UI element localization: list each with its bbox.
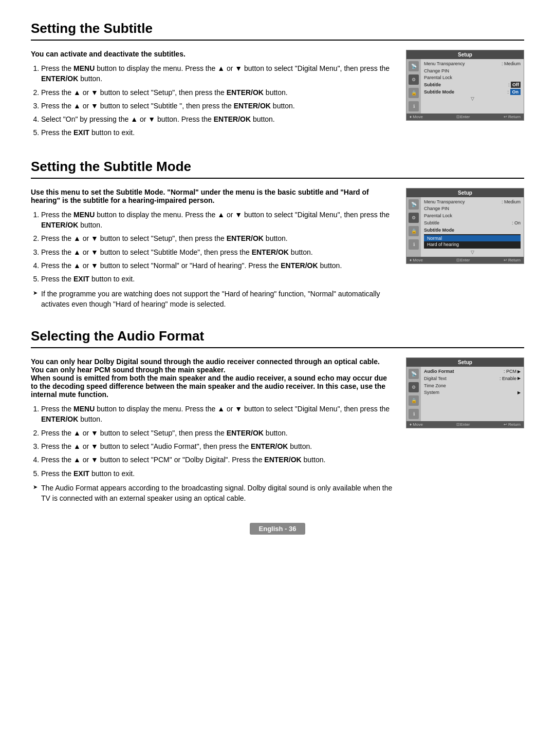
subtitle-step-4: Select "On" by pressing the ▲ or ▼ butto… bbox=[41, 114, 394, 124]
section-text-audio-format: You can only hear Dolby Digital sound th… bbox=[31, 357, 394, 506]
subtitle-mode-intro: Use this menu to set the Subtitle Mode. … bbox=[31, 188, 394, 204]
section-title-subtitle-mode: Setting the Subtitle Mode bbox=[31, 159, 524, 179]
menu-row-pin: Change PIN bbox=[424, 68, 521, 74]
subtitle-mode-screen-body: 📡 ⚙ 🔒 ℹ Menu Transparency : Medium Chang… bbox=[406, 197, 524, 257]
page-footer: English - 36 bbox=[31, 523, 524, 535]
subtitle-step-1: Press the MENU button to display the men… bbox=[41, 63, 394, 84]
section-text-subtitle-mode: Use this menu to set the Subtitle Mode. … bbox=[31, 188, 394, 312]
icon3-antenna: 📡 bbox=[409, 369, 419, 379]
subtitle-steps: Press the MENU button to display the men… bbox=[31, 63, 394, 138]
icon2-info: ℹ bbox=[409, 239, 419, 250]
section-title-audio-format: Selecting the Audio Format bbox=[31, 328, 524, 348]
audio-format-tv: Setup 📡 ⚙ 🔒 ℹ Audio Format : PCM ▶ bbox=[406, 357, 524, 428]
icon-setup: ⚙ bbox=[409, 74, 419, 85]
audio-format-step-5: Press the EXIT button to exit. bbox=[41, 468, 394, 479]
icon3-info: ℹ bbox=[409, 409, 419, 419]
icon2-setup: ⚙ bbox=[409, 213, 419, 223]
sm-menu-row-subtitle-mode: Subtitle Mode bbox=[424, 228, 521, 234]
subtitle-screen-header: Setup bbox=[406, 50, 524, 59]
subtitle-mode-step-4: Press the ▲ or ▼ button to select "Norma… bbox=[41, 260, 394, 271]
subtitle-mode-screen-footer: ♦ Move ⊡Enter ↩ Return bbox=[406, 257, 524, 263]
subtitle-menu: Menu Transparency : Medium Change PIN Pa… bbox=[421, 59, 524, 114]
subtitle-off-highlight: Off bbox=[511, 82, 521, 88]
menu-row-subtitle: Subtitle : Off bbox=[424, 82, 521, 88]
subtitle-intro: You can activate and deactivate the subt… bbox=[31, 50, 394, 58]
icon-info: ℹ bbox=[409, 101, 419, 111]
icon-antenna: 📡 bbox=[409, 61, 419, 71]
sm-arrow-down: ▽ bbox=[424, 250, 521, 255]
af-menu-row-audio: Audio Format : PCM ▶ bbox=[424, 369, 521, 375]
subtitle-mode-screen: Setup 📡 ⚙ 🔒 ℹ Menu Transparency : Medium bbox=[406, 188, 524, 264]
subtitle-mode-step-3: Press the ▲ or ▼ button to select "Subti… bbox=[41, 247, 394, 257]
audio-format-step-4: Press the ▲ or ▼ button to select "PCM" … bbox=[41, 455, 394, 465]
subtitle-step-5: Press the EXIT button to exit. bbox=[41, 127, 394, 138]
audio-format-intro: You can only hear Dolby Digital sound th… bbox=[31, 357, 394, 399]
section-body-subtitle: You can activate and deactivate the subt… bbox=[31, 50, 524, 142]
subtitle-mode-steps: Press the MENU button to display the men… bbox=[31, 210, 394, 285]
audio-format-menu: Audio Format : PCM ▶ Digital Text : Enab… bbox=[421, 367, 524, 421]
af-menu-row-digital-text: Digital Text : Enable ▶ bbox=[424, 376, 521, 382]
menu-row-transparency: Menu Transparency : Medium bbox=[424, 61, 521, 67]
af-menu-row-timezone: Time Zone bbox=[424, 383, 521, 389]
subtitle-screen: Setup 📡 ⚙ 🔒 ℹ Menu Transparency : Medium bbox=[406, 50, 524, 121]
subtitle-tv: Setup 📡 ⚙ 🔒 ℹ Menu Transparency : Medium bbox=[406, 50, 524, 121]
subtitle-mode-tv: Setup 📡 ⚙ 🔒 ℹ Menu Transparency : Medium bbox=[406, 188, 524, 264]
sm-menu-row-parental: Parental Lock bbox=[424, 213, 521, 219]
subtitle-mode-step-1: Press the MENU button to display the men… bbox=[41, 210, 394, 231]
subtitle-mode-note-1: If the programme you are watching does n… bbox=[33, 289, 394, 310]
menu-row-subtitle-mode: Subtitle Mode : On bbox=[424, 89, 521, 96]
icon3-setup: ⚙ bbox=[409, 382, 419, 392]
icon2-lock: 🔒 bbox=[409, 226, 419, 236]
subtitle-mode-icons: 📡 ⚙ 🔒 ℹ bbox=[406, 197, 421, 257]
section-subtitle-mode: Setting the Subtitle Mode Use this menu … bbox=[31, 159, 524, 312]
subtitle-arrow-down: ▽ bbox=[424, 96, 521, 101]
dropdown-hard-hearing: Hard of hearing bbox=[424, 241, 521, 248]
menu-row-parental: Parental Lock bbox=[424, 75, 521, 81]
subtitle-mode-notes: If the programme you are watching does n… bbox=[31, 289, 394, 310]
audio-format-icons: 📡 ⚙ 🔒 ℹ bbox=[406, 367, 421, 421]
icon-lock: 🔒 bbox=[409, 88, 419, 98]
section-subtitle: Setting the Subtitle You can activate an… bbox=[31, 21, 524, 142]
dropdown-normal: Normal bbox=[424, 235, 521, 241]
af-menu-row-system: System ▶ bbox=[424, 390, 521, 396]
subtitle-icons: 📡 ⚙ 🔒 ℹ bbox=[406, 59, 421, 114]
audio-format-screen-footer: ♦ Move ⊡Enter ↩ Return bbox=[406, 421, 524, 428]
sm-menu-row-pin: Change PIN bbox=[424, 206, 521, 212]
subtitle-step-3: Press the ▲ or ▼ button to select "Subti… bbox=[41, 101, 394, 111]
audio-format-notes: The Audio Format appears according to th… bbox=[31, 483, 394, 504]
subtitle-mode-screen-header: Setup bbox=[406, 188, 524, 197]
section-text-subtitle: You can activate and deactivate the subt… bbox=[31, 50, 394, 142]
audio-format-step-3: Press the ▲ or ▼ button to select "Audio… bbox=[41, 441, 394, 451]
subtitle-step-2: Press the ▲ or ▼ button to select "Setup… bbox=[41, 87, 394, 98]
subtitle-on-highlight: On bbox=[510, 89, 521, 95]
subtitle-mode-dropdown: Normal Hard of hearing bbox=[424, 234, 521, 249]
subtitle-mode-step-2: Press the ▲ or ▼ button to select "Setup… bbox=[41, 233, 394, 243]
audio-format-note-1: The Audio Format appears according to th… bbox=[33, 483, 394, 504]
subtitle-mode-step-5: Press the EXIT button to exit. bbox=[41, 274, 394, 284]
section-body-audio-format: You can only hear Dolby Digital sound th… bbox=[31, 357, 524, 506]
audio-format-screen-body: 📡 ⚙ 🔒 ℹ Audio Format : PCM ▶ Digital Tex… bbox=[406, 367, 524, 421]
subtitle-screen-footer: ♦ Move ⊡Enter ↩ Return bbox=[406, 114, 524, 120]
audio-format-screen-header: Setup bbox=[406, 358, 524, 367]
audio-format-step-2: Press the ▲ or ▼ button to select "Setup… bbox=[41, 428, 394, 438]
sm-menu-row-subtitle: Subtitle : On bbox=[424, 220, 521, 226]
icon3-lock: 🔒 bbox=[409, 395, 419, 406]
subtitle-mode-menu: Menu Transparency : Medium Change PIN Pa… bbox=[421, 197, 524, 257]
sm-menu-row-transparency: Menu Transparency : Medium bbox=[424, 199, 521, 205]
audio-format-steps: Press the MENU button to display the men… bbox=[31, 404, 394, 479]
audio-format-screen: Setup 📡 ⚙ 🔒 ℹ Audio Format : PCM ▶ bbox=[406, 357, 524, 428]
section-audio-format: Selecting the Audio Format You can only … bbox=[31, 328, 524, 506]
audio-format-step-1: Press the MENU button to display the men… bbox=[41, 404, 394, 425]
subtitle-screen-body: 📡 ⚙ 🔒 ℹ Menu Transparency : Medium Chang… bbox=[406, 59, 524, 114]
footer-badge: English - 36 bbox=[250, 523, 306, 535]
section-title-subtitle: Setting the Subtitle bbox=[31, 21, 524, 41]
icon2-antenna: 📡 bbox=[409, 199, 419, 210]
section-body-subtitle-mode: Use this menu to set the Subtitle Mode. … bbox=[31, 188, 524, 312]
